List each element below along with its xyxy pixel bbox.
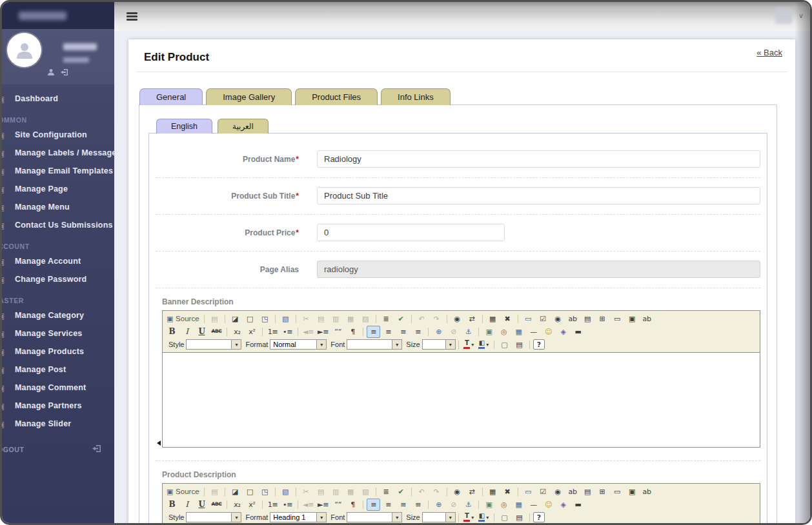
ck-special-char-button[interactable]: ◈ [556, 326, 570, 338]
ck-strike-button[interactable]: ABC [210, 499, 223, 511]
ck-indent-button[interactable]: ►≡ [316, 326, 330, 338]
sidebar-item-manage-email-templates[interactable]: ▣Manage Email Templates [2, 162, 114, 180]
ck-underline-button[interactable]: U [195, 499, 208, 511]
ck-table-button[interactable]: ▦ [512, 326, 525, 338]
ck-about-button[interactable]: ? [533, 512, 545, 522]
ck-image-button[interactable]: ▣ [482, 499, 496, 511]
ck-justify-left-button[interactable]: ≡ [367, 499, 380, 511]
ck-text-color-button[interactable]: T▾ [462, 339, 476, 351]
ck-indent-button[interactable]: ►≡ [316, 499, 330, 511]
ck-justify-left-button[interactable]: ≡ [367, 326, 380, 338]
ck-radio-button-button[interactable]: ◉ [551, 313, 565, 325]
toolbar-collapse-button[interactable] [156, 483, 162, 525]
sidebar-item-manage-partners[interactable]: ▣Manage Partners [2, 397, 114, 415]
ck-replace-button[interactable]: ⇄ [465, 313, 479, 325]
ck-underline-button[interactable]: U [195, 326, 208, 338]
ck-maximize-button[interactable]: ▢ [498, 339, 511, 351]
ck-text-field-button[interactable]: ab [566, 313, 580, 325]
combo-font[interactable]: ▾ [347, 339, 402, 350]
ck-new-page-button[interactable]: □ [243, 486, 257, 498]
ck-textarea-field-button[interactable]: ▤ [581, 486, 594, 498]
tab-product-files[interactable]: Product Files [295, 88, 378, 105]
ck-save-button[interactable]: ◪ [228, 313, 242, 325]
ck-anchor-button[interactable]: ⚓ [462, 326, 475, 338]
ck-select-all-button[interactable]: ▦ [486, 486, 500, 498]
ck-form-button[interactable]: ▭ [522, 313, 535, 325]
ck-print-button[interactable]: ≣ [380, 313, 393, 325]
product-name-input[interactable] [317, 150, 760, 168]
sidebar-item-dashboard[interactable]: ▣Dashboard [2, 90, 114, 108]
sidebar-item-manage-post[interactable]: ▣Manage Post [2, 361, 114, 379]
combo-format[interactable]: Normal▾ [270, 339, 327, 350]
ck-replace-button[interactable]: ⇄ [465, 486, 479, 498]
sidebar-item-contact-us-submissions[interactable]: ▣Contact Us Submissions [2, 216, 114, 234]
ck-templates-button[interactable]: ▧ [279, 486, 292, 498]
sidebar-item-manage-labels-messages[interactable]: ▣Manage Labels / Messages [2, 144, 114, 162]
ck-subscript-button[interactable]: x₂ [230, 499, 244, 511]
ck-numbered-list-button[interactable]: 1≡ [266, 499, 279, 511]
ck-show-blocks-button[interactable]: ▤ [513, 339, 526, 351]
sidebar-item-change-password[interactable]: ▣Change Password [2, 270, 114, 288]
ck-text-color-button[interactable]: T▾ [462, 511, 476, 524]
tab-info-links[interactable]: Info Links [381, 88, 451, 105]
ck-select-field-button[interactable]: ⊞ [596, 313, 609, 325]
ck-button-field-button[interactable]: ▭ [611, 313, 624, 325]
ck-justify-right-button[interactable]: ≡ [396, 499, 410, 511]
sidebar-item-manage-comment[interactable]: ▣Manage Comment [2, 379, 114, 397]
lang-tab-arabic[interactable]: العربية [218, 119, 269, 134]
editor-content[interactable] [163, 353, 760, 447]
ck-flash-button[interactable]: ◎ [497, 326, 511, 338]
ck-superscript-button[interactable]: x² [245, 499, 259, 511]
topbar-user-blurred[interactable] [775, 8, 792, 24]
combo-style[interactable]: ▾ [186, 512, 241, 522]
ck-justify-center-button[interactable]: ≡ [381, 499, 395, 511]
tab-image-gallery[interactable]: Image Gallery [206, 88, 292, 105]
ck-justify-block-button[interactable]: ≡ [411, 326, 425, 338]
ck-show-blocks-button[interactable]: ▤ [513, 511, 526, 524]
ck-image-button-button[interactable]: ▣ [625, 313, 639, 325]
ck-source-button[interactable]: ▣Source [165, 313, 201, 325]
ck-hidden-field-button[interactable]: ab [640, 313, 654, 325]
ck-checkbox-button[interactable]: ☑ [536, 486, 550, 498]
ck-link-button[interactable]: ⊕ [432, 499, 445, 511]
ck-horizontal-rule-button[interactable]: — [527, 499, 540, 511]
ck-textarea-field-button[interactable]: ▤ [581, 313, 594, 325]
ck-templates-button[interactable]: ▧ [279, 313, 292, 325]
ck-preview-button[interactable]: ◳ [258, 313, 272, 325]
combo-size[interactable]: ▾ [422, 512, 456, 522]
signout-icon[interactable] [61, 68, 69, 76]
ck-bg-color-button[interactable]: ◧▾ [477, 339, 491, 351]
ck-blockquote-button[interactable]: ““ [331, 326, 345, 338]
sidebar-item-logout[interactable]: LOGOUT [2, 444, 105, 454]
ck-blockquote-button[interactable]: ““ [331, 499, 345, 511]
ck-bold-button[interactable]: B [165, 326, 179, 338]
ck-page-break-button[interactable]: ▬ [571, 326, 585, 338]
ck-save-button[interactable]: ◪ [228, 486, 242, 498]
ck-find-button[interactable]: ◉ [451, 486, 464, 498]
ck-checkbox-button[interactable]: ☑ [536, 313, 550, 325]
ck-text-field-button[interactable]: ab [566, 486, 580, 498]
ck-smiley-button[interactable]: ☺ [542, 499, 555, 511]
back-link[interactable]: « Back [756, 48, 782, 57]
ck-anchor-button[interactable]: ⚓ [462, 499, 475, 511]
profile-icon[interactable] [47, 68, 55, 76]
product-price-input[interactable] [317, 224, 505, 241]
ck-table-button[interactable]: ▦ [512, 499, 525, 511]
combo-format[interactable]: Heading 1▾ [270, 512, 327, 522]
lang-tab-english[interactable]: English [156, 119, 212, 134]
ck-numbered-list-button[interactable]: 1≡ [266, 326, 279, 338]
ck-page-break-button[interactable]: ▬ [571, 499, 585, 511]
ck-create-div-button[interactable]: ¶ [346, 326, 360, 338]
ck-remove-format-button[interactable]: ✖ [501, 313, 514, 325]
ck-hidden-field-button[interactable]: ab [640, 486, 654, 498]
ck-strike-button[interactable]: ABC [210, 326, 223, 338]
sidebar-item-manage-page[interactable]: ▣Manage Page [2, 180, 114, 198]
sidebar-item-manage-products[interactable]: ▣Manage Products [2, 342, 114, 361]
ck-justify-block-button[interactable]: ≡ [411, 499, 425, 511]
ck-find-button[interactable]: ◉ [451, 313, 464, 325]
ck-flash-button[interactable]: ◎ [497, 499, 511, 511]
ck-create-div-button[interactable]: ¶ [346, 499, 360, 511]
toolbar-collapse-button[interactable] [156, 310, 162, 448]
combo-font[interactable]: ▾ [347, 512, 402, 522]
ck-superscript-button[interactable]: x² [245, 326, 259, 338]
